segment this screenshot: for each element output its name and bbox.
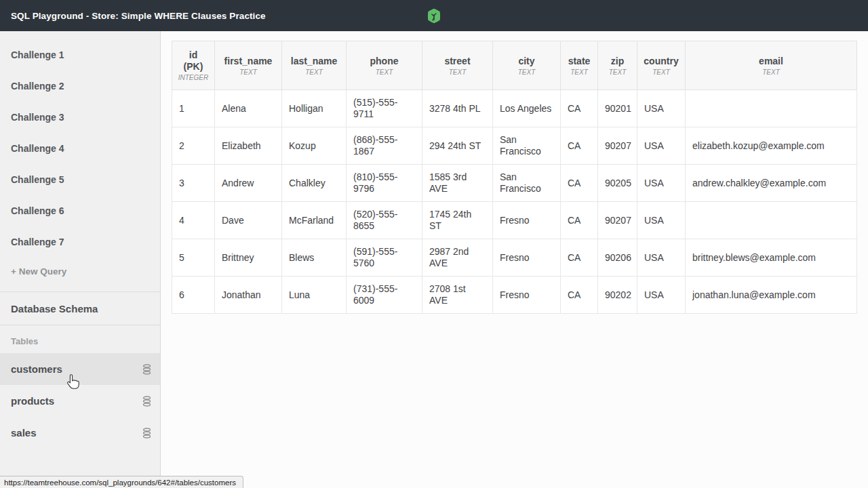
table-cell: (868)-555-1867 [347, 127, 422, 165]
status-bar-url: https://teamtreehouse.com/sql_playground… [0, 476, 243, 488]
column-type: TEXT [218, 68, 279, 76]
column-type: TEXT [496, 68, 557, 76]
column-type: TEXT [564, 68, 595, 76]
table-name-label: sales [11, 427, 37, 439]
column-type: TEXT [285, 68, 343, 76]
table-cell [686, 90, 857, 127]
column-header: last_nameTEXT [282, 41, 347, 90]
main-content: id (PK)INTEGERfirst_nameTEXTlast_nameTEX… [161, 31, 868, 488]
treehouse-logo-icon [427, 8, 441, 24]
table-cell: Fresno [493, 277, 561, 314]
sidebar-item-challenge[interactable]: Challenge 5 [0, 164, 160, 195]
table-cell: elizabeth.kozup@example.com [686, 127, 857, 165]
column-header: zipTEXT [598, 41, 637, 90]
table-cell: Elizabeth [215, 127, 282, 165]
table-row: 5BrittneyBlews(591)-555-57602987 2nd AVE… [172, 239, 857, 277]
sidebar-item-challenge[interactable]: Challenge 6 [0, 195, 160, 226]
sidebar-item-label: Challenge 5 [11, 174, 64, 185]
table-cell: Los Angeles [493, 90, 561, 127]
table-cell: 90207 [598, 127, 637, 165]
table-cell: 4 [172, 202, 215, 239]
sidebar-item-challenge[interactable]: Challenge 1 [0, 39, 160, 70]
column-name: phone [349, 56, 419, 67]
column-header: cityTEXT [493, 41, 561, 90]
column-type: TEXT [640, 68, 682, 76]
table-cell: Dave [215, 202, 282, 239]
column-name: zip [601, 56, 634, 67]
column-header: first_nameTEXT [215, 41, 282, 90]
column-type: TEXT [688, 68, 854, 76]
table-cell: 90202 [598, 277, 637, 314]
table-cell: 2987 2nd AVE [422, 239, 493, 277]
table-cell: andrew.chalkley@example.com [686, 165, 857, 202]
table-cell [686, 202, 857, 239]
table-cell: USA [637, 127, 686, 165]
table-cell: Blews [282, 239, 347, 277]
column-name: country [640, 56, 682, 67]
table-cell: 90207 [598, 202, 637, 239]
table-cell: USA [637, 277, 686, 314]
column-name: state [564, 56, 595, 67]
column-header: stateTEXT [561, 41, 598, 90]
table-cell: 2708 1st AVE [422, 277, 493, 314]
page-title: SQL Playground - Store: Simple WHERE Cla… [0, 11, 266, 21]
table-cell: CA [561, 90, 598, 127]
table-cell: CA [561, 127, 598, 165]
table-cell: Kozup [282, 127, 347, 165]
table-cell: (515)-555-9711 [347, 90, 422, 127]
table-cell: USA [637, 239, 686, 277]
table-cell: 5 [172, 239, 215, 277]
table-cell: Fresno [493, 202, 561, 239]
table-cell: Jonathan [215, 277, 282, 314]
table-name-label: products [11, 395, 54, 407]
table-cell: Fresno [493, 239, 561, 277]
sidebar-item-label: Challenge 3 [11, 112, 64, 123]
table-cell: 90206 [598, 239, 637, 277]
challenge-list: Challenge 1 Challenge 2 Challenge 3 Chal… [0, 39, 160, 258]
sidebar-item-table-sales[interactable]: sales [0, 417, 160, 449]
table-cell: San Francisco [493, 127, 561, 165]
new-query-button[interactable]: + New Query [0, 258, 160, 285]
table-cell: brittney.blews@example.com [686, 239, 857, 277]
sidebar-item-label: Challenge 7 [11, 237, 64, 247]
sidebar-item-challenge[interactable]: Challenge 7 [0, 226, 160, 258]
table-cell: USA [637, 165, 686, 202]
sidebar-item-label: Challenge 2 [11, 81, 64, 92]
sidebar-item-label: Challenge 1 [11, 49, 64, 60]
sidebar: Challenge 1 Challenge 2 Challenge 3 Chal… [0, 31, 161, 488]
sidebar-item-challenge[interactable]: Challenge 4 [0, 133, 160, 164]
column-header: id (PK)INTEGER [172, 41, 215, 90]
column-header: phoneTEXT [347, 41, 422, 90]
table-cell: 1 [172, 90, 215, 127]
table-cell: CA [561, 239, 598, 277]
column-type: TEXT [601, 68, 634, 76]
table-cell: San Francisco [493, 165, 561, 202]
database-schema-heading: Database Schema [0, 292, 160, 325]
column-name: first_name [218, 56, 279, 67]
column-name: id (PK) [175, 49, 212, 73]
sidebar-item-challenge[interactable]: Challenge 2 [0, 70, 160, 102]
sidebar-item-table-customers[interactable]: customers [0, 353, 160, 385]
column-name: city [496, 56, 557, 67]
sidebar-item-label: Challenge 4 [11, 143, 64, 154]
column-name: street [425, 56, 490, 67]
sidebar-item-table-products[interactable]: products [0, 385, 160, 417]
table-cell: 3278 4th PL [422, 90, 493, 127]
tables-list: customersproductssales [0, 353, 160, 449]
table-cell: Alena [215, 90, 282, 127]
database-icon [142, 364, 151, 375]
table-cell: CA [561, 165, 598, 202]
table-cell: (591)-555-5760 [347, 239, 422, 277]
sidebar-item-challenge[interactable]: Challenge 3 [0, 102, 160, 133]
table-cell: 294 24th ST [422, 127, 493, 165]
app-body: Challenge 1 Challenge 2 Challenge 3 Chal… [0, 31, 868, 488]
table-cell: jonathan.luna@example.com [686, 277, 857, 314]
table-cell: USA [637, 90, 686, 127]
column-type: TEXT [425, 68, 490, 76]
new-query-label: + New Query [11, 266, 66, 277]
column-name: last_name [285, 56, 343, 67]
table-cell: (810)-555-9796 [347, 165, 422, 202]
column-header: streetTEXT [422, 41, 493, 90]
table-row: 2ElizabethKozup(868)-555-1867294 24th ST… [172, 127, 857, 165]
column-type: INTEGER [175, 74, 212, 81]
